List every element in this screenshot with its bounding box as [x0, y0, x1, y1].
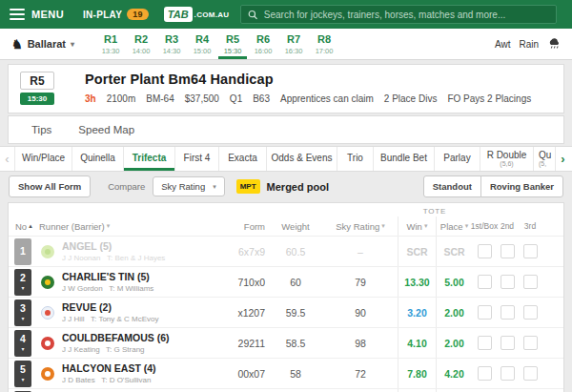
sky-rating-value: 72	[323, 359, 398, 388]
tab-parlay[interactable]: Parlay	[435, 147, 480, 171]
tab-exacta[interactable]: Exacta	[219, 147, 267, 171]
venue-selector[interactable]: ♞ Ballarat ▾	[11, 29, 74, 59]
checkbox-1st-box[interactable]	[472, 359, 497, 388]
tab-quinella[interactable]: Quinella	[72, 147, 124, 171]
header-place[interactable]: Place▾	[436, 217, 472, 236]
race-distance: 2100m	[107, 93, 136, 104]
place-odds[interactable]: 2.00	[436, 298, 472, 327]
roving-banker-button[interactable]: Roving Banker	[480, 175, 563, 197]
runner-info[interactable]: REVUE (2) J J Hill T: Tony & C McEvoy	[37, 298, 195, 327]
table-column-headers: No▴ Runner (Barrier)▾ Form Weight Sky Ra…	[9, 217, 563, 236]
tab-trifecta-active[interactable]: Trifecta	[124, 147, 175, 171]
tab-odds-evens[interactable]: Odds & Evens	[267, 147, 337, 171]
form-value: 6x7x9	[195, 237, 268, 266]
inplay-count-badge: 19	[127, 9, 149, 20]
checkbox-1st-box[interactable]	[472, 237, 497, 266]
sky-rating-value: 98	[323, 328, 398, 358]
tabs-scroll-right-icon[interactable]: ›	[555, 147, 570, 171]
race-tab-r1[interactable]: R113:30	[95, 29, 126, 59]
chevron-down-icon: ▾	[213, 183, 216, 191]
runner-info[interactable]: CHARLIE'S TIN (5) J W Gordon T: M Willia…	[37, 267, 195, 297]
show-all-form-button[interactable]: Show All Form	[9, 175, 91, 197]
tab-first-4[interactable]: First 4	[175, 147, 219, 171]
tab-logo-domain: .COM.AU	[194, 10, 230, 19]
header-3rd: 3rd	[518, 221, 542, 231]
form-value: 00x07	[195, 359, 268, 388]
race-tab-r3[interactable]: R314:30	[156, 29, 187, 59]
checkbox-1st-box[interactable]	[472, 267, 497, 297]
place-odds[interactable]: 2.00	[436, 328, 472, 358]
runner-number-badge[interactable]: 3▾	[9, 298, 37, 327]
runner-row-1-scratched: 1 ANGEL (5) J J Noonan T: Ben & J Hayes …	[9, 236, 563, 266]
header-1st-box: 1st/Box	[472, 221, 497, 231]
tab-quaddie-partial[interactable]: Qu(5,	[534, 147, 555, 171]
checkbox-3rd[interactable]	[518, 298, 542, 327]
race-class: BM-64	[146, 93, 174, 104]
menu-button[interactable]: MENU	[31, 9, 64, 20]
checkbox-2nd[interactable]	[497, 359, 518, 388]
race-tab-r8[interactable]: R817:00	[309, 29, 339, 59]
venue-name: Ballarat	[28, 38, 66, 50]
rating-filter-select[interactable]: Sky Rating ▾	[153, 176, 224, 196]
checkbox-2nd[interactable]	[497, 298, 518, 327]
standout-button[interactable]: Standout	[423, 175, 481, 197]
hamburger-menu-icon[interactable]	[10, 9, 25, 20]
tab-r-double[interactable]: R Double(5,6)	[480, 147, 534, 171]
runners-table: TOTE No▴ Runner (Barrier)▾ Form Weight S…	[8, 202, 564, 392]
header-sky-rating[interactable]: Sky Rating▾	[323, 221, 398, 232]
header-win[interactable]: Win▾	[398, 217, 436, 236]
tab-trio[interactable]: Trio	[337, 147, 374, 171]
race-tab-r5-active[interactable]: R515:30	[217, 29, 248, 59]
tab-tips[interactable]: Tips	[31, 124, 51, 135]
race-title: Porter Plant Bm64 Handicap	[85, 72, 531, 87]
inplay-link[interactable]: IN-PLAY 19	[83, 9, 149, 20]
tab-win-place[interactable]: Win/Place	[15, 147, 72, 171]
form-value: x1207	[195, 298, 268, 327]
tab-logo[interactable]: TAB .COM.AU	[164, 7, 230, 22]
track-conditions: Awt Rain	[495, 29, 561, 59]
race-tab-r4[interactable]: R415:00	[187, 29, 217, 59]
place-odds: SCR	[436, 237, 472, 266]
runner-row-4: 4▾ COULDBEFAMOUS (6) J J Keating T: G St…	[9, 327, 563, 358]
checkbox-2nd[interactable]	[497, 237, 518, 266]
checkbox-1st-box[interactable]	[472, 328, 497, 358]
place-odds[interactable]: 4.20	[436, 359, 472, 388]
checkbox-1st-box[interactable]	[472, 298, 497, 327]
runner-row-2: 2▾ CHARLIE'S TIN (5) J W Gordon T: M Wil…	[9, 266, 563, 297]
tab-bundle-bet[interactable]: Bundle Bet	[374, 147, 435, 171]
header-runner[interactable]: Runner (Barrier)▾	[37, 221, 195, 232]
race-tab-r2[interactable]: R214:00	[126, 29, 156, 59]
race-tab-r6[interactable]: R616:00	[248, 29, 278, 59]
search-input[interactable]	[264, 10, 550, 20]
sky-rating-value: 79	[323, 267, 398, 297]
runner-number-badge[interactable]: 4▾	[9, 328, 37, 358]
checkbox-3rd[interactable]	[518, 267, 542, 297]
tote-header-row: TOTE	[9, 203, 563, 217]
runner-name: HALCYON EAST (4)	[62, 362, 156, 374]
win-odds[interactable]: 13.30	[398, 267, 436, 297]
runner-number-badge[interactable]: 1	[9, 237, 37, 266]
race-tab-r7[interactable]: R716:30	[278, 29, 309, 59]
search-bar[interactable]	[240, 5, 557, 24]
runner-number-badge[interactable]: 2▾	[9, 267, 37, 297]
checkbox-3rd[interactable]	[518, 237, 542, 266]
tab-speed-map[interactable]: Speed Map	[78, 124, 134, 135]
chevron-down-icon: ▾	[424, 222, 428, 230]
silks-icon	[41, 337, 54, 350]
checkbox-3rd[interactable]	[518, 359, 542, 388]
win-odds[interactable]: 3.20	[398, 298, 436, 327]
runner-info[interactable]: COULDBEFAMOUS (6) J J Keating T: G Stran…	[37, 328, 195, 358]
tabs-scroll-left-icon[interactable]: ‹	[0, 147, 15, 171]
win-odds[interactable]: 4.10	[398, 328, 436, 358]
runner-info[interactable]: ANGEL (5) J J Noonan T: Ben & J Hayes	[37, 237, 195, 266]
checkbox-3rd[interactable]	[518, 328, 542, 358]
runner-info[interactable]: HALCYON EAST (4) J D Bates T: D O'Sulliv…	[37, 359, 195, 388]
checkbox-2nd[interactable]	[497, 267, 518, 297]
header-no[interactable]: No▴	[9, 221, 37, 232]
place-odds[interactable]: 5.00	[436, 267, 472, 297]
win-odds[interactable]: 7.80	[398, 359, 436, 388]
runner-number-badge[interactable]: 5▾	[9, 359, 37, 388]
silks-icon	[41, 276, 54, 289]
compare-label: Compare	[108, 181, 145, 192]
checkbox-2nd[interactable]	[497, 328, 518, 358]
